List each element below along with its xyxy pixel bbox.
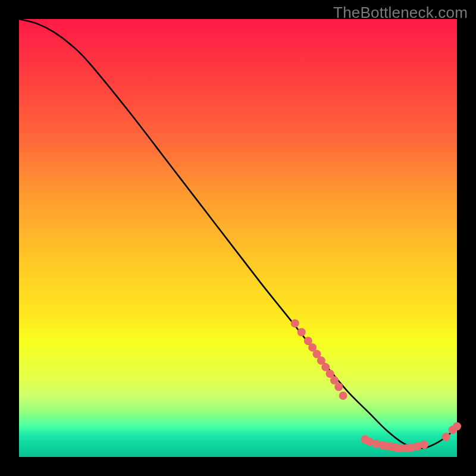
curve-line [19,19,457,448]
plot-overlay-svg [19,19,457,457]
data-marker [442,433,450,441]
markers-group [291,320,461,453]
data-marker [339,392,347,400]
data-marker [420,440,428,449]
plot-area [19,19,457,457]
data-marker [291,320,299,328]
chart-container: TheBottleneck.com [0,0,476,476]
data-marker [334,383,343,391]
data-marker [298,328,306,336]
data-marker [453,422,461,430]
